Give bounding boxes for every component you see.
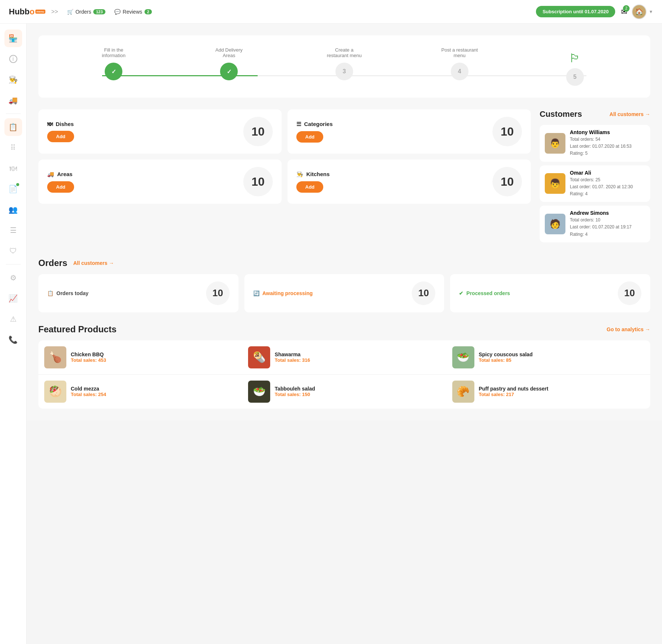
categories-title: ☰ Categories [296, 121, 333, 127]
sidebar-item-dish[interactable]: 🍽 [4, 160, 22, 177]
setup-steps: Fill in the information ✓ Add Delivery A… [38, 35, 650, 98]
user-avatar[interactable]: 🏠 ▼ [632, 4, 653, 19]
menu-lines-icon: ☰ [10, 226, 17, 235]
sidebar-item-info[interactable]: i [4, 50, 22, 68]
stat-card-dishes: 🍽 Dishes Add 10 [38, 109, 282, 154]
product-5-img: 🥗 [248, 381, 270, 403]
product-3-info: Spicy couscous salad Total sales: 85 [479, 351, 533, 363]
cart-icon: 🛒 [67, 9, 73, 15]
areas-add-button[interactable]: Add [47, 181, 74, 193]
order-card-processed: ✔ Processed orders 10 [450, 274, 650, 312]
processed-icon: ✔ [459, 290, 463, 296]
sidebar-item-doc[interactable]: 📄 [4, 180, 22, 198]
app-layout: 🏪 i 👨‍🍳 🚚 📋 ⠿ 🍽 📄 👥 ☰ [0, 24, 662, 420]
dishes-add-button[interactable]: Add [47, 131, 74, 142]
mail-badge: 2 [623, 5, 630, 12]
dishes-icon: 🍽 [47, 121, 53, 127]
step-5: 🏳 5 [517, 47, 633, 86]
kitchens-left: 👨‍🍳 Kitchens Add [296, 171, 330, 193]
sidebar-item-analytics[interactable]: 📈 [4, 290, 22, 307]
product-1-sales: Total sales: 453 [71, 357, 106, 363]
customer-3-avatar: 🧑 [545, 214, 565, 234]
orders-today-label: 📋 Orders today [47, 290, 88, 296]
product-6-sales: Total sales: 217 [479, 392, 548, 397]
product-item-3: 🥗 Spicy couscous salad Total sales: 85 [446, 340, 650, 375]
categories-count: 10 [492, 117, 522, 146]
customer-2-name: Omar Ali [570, 170, 645, 176]
subscription-button[interactable]: Subscription until 01.07.2020 [536, 6, 615, 17]
product-3-name: Spicy couscous salad [479, 351, 533, 357]
orders-all-link[interactable]: All customers → [73, 260, 114, 266]
mail-button[interactable]: ✉ 2 [621, 7, 627, 16]
header-right: ✉ 2 🏠 ▼ [621, 4, 653, 19]
sidebar-item-store[interactable]: 🏪 [4, 29, 22, 47]
analytics-icon: 📈 [8, 294, 18, 303]
info-icon: i [9, 55, 17, 63]
kitchens-title: 👨‍🍳 Kitchens [296, 171, 330, 178]
orders-badge: 123 [93, 9, 105, 14]
awaiting-icon: 🔄 [253, 290, 259, 296]
sidebar-item-orders-list[interactable]: 📋 [4, 118, 22, 136]
stat-card-categories: ☰ Categories Add 10 [288, 109, 531, 154]
expand-icon[interactable]: >> [51, 8, 58, 15]
sidebar-item-phone[interactable]: 📞 [4, 331, 22, 349]
nav-reviews[interactable]: 💬 Reviews 2 [114, 9, 152, 15]
orders-section: Orders All customers → 📋 Orders today 10 [38, 258, 650, 312]
alert-icon: ⚠ [10, 315, 17, 323]
sidebar: 🏪 i 👨‍🍳 🚚 📋 ⠿ 🍽 📄 👥 ☰ [0, 24, 27, 644]
stat-card-areas: 🚚 Areas Add 10 [38, 160, 282, 204]
product-6-info: Puff pastry and nuts dessert Total sales… [479, 386, 548, 397]
sidebar-item-chef[interactable]: 👨‍🍳 [4, 71, 22, 88]
reviews-badge: 2 [144, 9, 152, 14]
areas-count: 10 [243, 167, 273, 196]
product-item-2: 🌯 Shawarma Total sales: 316 [242, 340, 446, 375]
areas-left: 🚚 Areas Add [47, 171, 74, 193]
customer-1-avatar: 👨 [545, 133, 565, 154]
main-content: Fill in the information ✓ Add Delivery A… [27, 24, 662, 420]
customer-item-1: 👨 Antony Williams Total orders: 54 Last … [540, 125, 650, 162]
logo-menu-badge: menu [35, 10, 45, 14]
product-item-6: 🥐 Puff pastry and nuts dessert Total sal… [446, 375, 650, 409]
categories-add-button[interactable]: Add [296, 131, 323, 143]
step-4-label: Post a restaurant menu [441, 47, 478, 58]
analytics-link[interactable]: Go to analytics → [607, 326, 650, 332]
avatar-chevron-icon: ▼ [649, 9, 653, 14]
customer-3-name: Andrew Simons [570, 210, 645, 216]
processed-count: 10 [618, 281, 641, 305]
customer-2-avatar: 👦 [545, 173, 565, 194]
customer-1-info: Antony Williams Total orders: 54 Last or… [570, 129, 645, 157]
areas-icon: 🚚 [47, 171, 54, 178]
all-customers-link[interactable]: All customers → [610, 111, 650, 117]
customer-3-meta: Total orders: 10 Last order: 01.07.2020 … [570, 217, 645, 238]
nav-orders[interactable]: 🛒 Orders 123 [67, 9, 105, 15]
step-4: Post a restaurant menu 4 [402, 47, 517, 80]
product-3-sales: Total sales: 85 [479, 357, 533, 363]
product-2-name: Shawarma [275, 351, 310, 357]
product-item-5: 🥗 Tabbouleh salad Total sales: 150 [242, 375, 446, 409]
sidebar-item-menu[interactable]: ☰ [4, 221, 22, 239]
sidebar-item-settings[interactable]: ⚙ [4, 269, 22, 287]
customer-item-2: 👦 Omar Ali Total orders: 25 Last order: … [540, 165, 650, 202]
customers-title: Customers [540, 109, 582, 119]
header-nav: 🛒 Orders 123 💬 Reviews 2 [67, 9, 536, 15]
product-5-sales: Total sales: 150 [275, 392, 315, 397]
step-3: Create a restaurant menu 3 [287, 47, 402, 80]
dishes-count: 10 [243, 117, 273, 146]
flag-icon: 🏳 [569, 52, 581, 65]
step-1-label: Fill in the information [95, 47, 132, 58]
sidebar-item-grid[interactable]: ⠿ [4, 139, 22, 157]
product-5-name: Tabbouleh salad [275, 386, 315, 392]
sidebar-item-shield[interactable]: 🛡 [4, 242, 22, 260]
orders-cards: 📋 Orders today 10 🔄 Awaiting processing [38, 274, 650, 312]
sidebar-item-customers[interactable]: 👥 [4, 201, 22, 218]
product-4-info: Cold mezza Total sales: 254 [71, 386, 106, 397]
sidebar-item-alert[interactable]: ⚠ [4, 310, 22, 328]
products-grid: 🍗 Chicken BBQ Total sales: 453 🌯 Shawarm… [38, 340, 650, 409]
categories-left: ☰ Categories Add [296, 121, 333, 143]
sidebar-item-delivery[interactable]: 🚚 [4, 91, 22, 109]
product-item-1: 🍗 Chicken BBQ Total sales: 453 [38, 340, 242, 375]
doc-icon: 📄 [8, 185, 18, 193]
categories-icon: ☰ [296, 121, 301, 127]
kitchens-add-button[interactable]: Add [296, 181, 323, 193]
steps-row: Fill in the information ✓ Add Delivery A… [56, 47, 633, 86]
